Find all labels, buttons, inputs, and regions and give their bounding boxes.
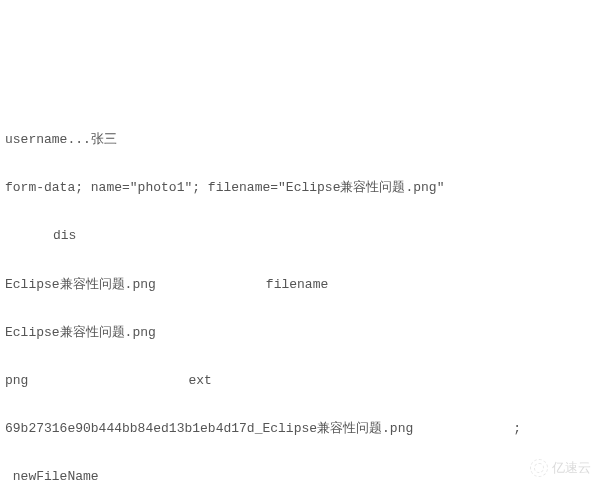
log-line: 69b27316e90b444bb84ed13b1eb4d17d_Eclipse… <box>5 417 594 441</box>
log-text: Eclipse兼容性问题.png <box>5 277 156 292</box>
log-text: png <box>5 373 28 388</box>
log-line: username...张三 <box>5 128 594 152</box>
log-text: newFileName <box>5 469 99 484</box>
log-line: dis <box>5 224 594 248</box>
log-line: Eclipse兼容性问题.pngfilename <box>5 273 594 297</box>
log-label: filename <box>266 277 328 292</box>
log-text: ; <box>513 421 521 436</box>
log-text: Eclipse兼容性问题.png <box>5 325 156 340</box>
watermark-text: 亿速云 <box>552 456 591 480</box>
log-line: newFileName <box>5 465 594 489</box>
log-text: dis <box>53 228 76 243</box>
watermark-icon <box>530 459 548 477</box>
log-line: pngext <box>5 369 594 393</box>
log-text: username...张三 <box>5 132 117 147</box>
log-label: ext <box>188 373 211 388</box>
log-text: 69b27316e90b444bb84ed13b1eb4d17d_Eclipse… <box>5 421 413 436</box>
log-text: form-data; name="photo1"; filename="Ecli… <box>5 180 444 195</box>
log-output: username...张三 form-data; name="photo1"; … <box>5 104 594 504</box>
log-line: Eclipse兼容性问题.png <box>5 321 594 345</box>
watermark: 亿速云 <box>530 456 591 480</box>
log-line: form-data; name="photo1"; filename="Ecli… <box>5 176 594 200</box>
